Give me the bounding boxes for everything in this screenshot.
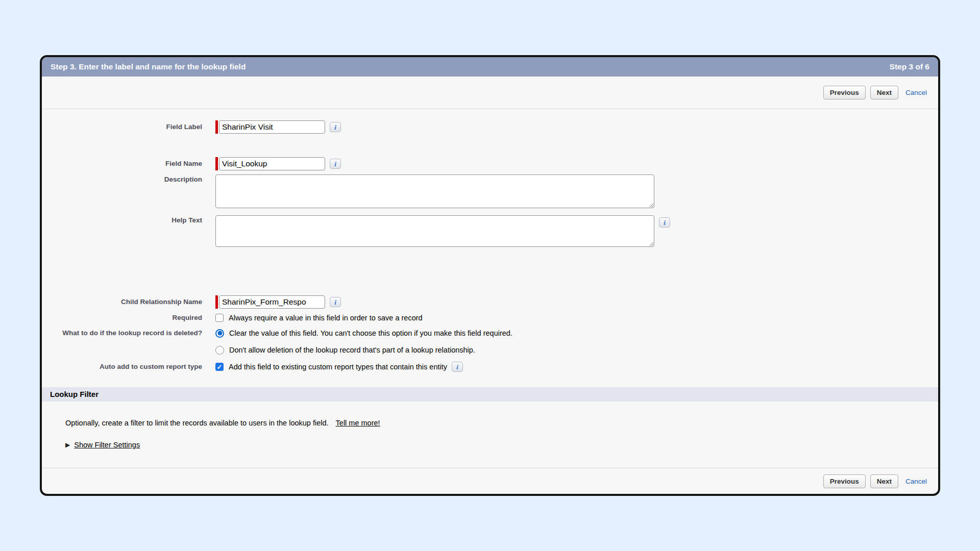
report-type-label: Auto add to custom report type [42, 362, 215, 371]
previous-button[interactable]: Previous [823, 86, 866, 99]
field-name-label: Field Name [42, 157, 215, 168]
wizard-header: Step 3. Enter the label and name for the… [42, 57, 938, 77]
description-row: Description [42, 174, 938, 208]
required-checkbox[interactable] [215, 314, 224, 322]
bottom-toolbar: Previous Next Cancel [42, 468, 938, 494]
disclosure-triangle-icon: ▶ [65, 441, 70, 448]
required-label: Required [42, 313, 215, 322]
deleted-option-row-1: What to do if the lookup record is delet… [42, 328, 938, 338]
wizard-panel: Step 3. Enter the label and name for the… [40, 55, 940, 496]
help-text-row: Help Text i [42, 215, 938, 247]
cancel-link[interactable]: Cancel [905, 89, 927, 96]
deleted-option-2-label: Don't allow deletion of the lookup recor… [229, 345, 475, 355]
required-indicator [215, 295, 218, 309]
help-text-textarea[interactable] [215, 215, 654, 247]
required-indicator [215, 120, 218, 134]
top-toolbar: Previous Next Cancel [42, 77, 938, 109]
lookup-filter-body: Optionally, create a filter to limit the… [42, 402, 938, 449]
required-option-label: Always require a value in this field in … [229, 313, 423, 323]
field-label-label: Field Label [42, 120, 215, 132]
step-indicator: Step 3 of 6 [890, 62, 929, 71]
cancel-link[interactable]: Cancel [905, 478, 927, 485]
description-label: Description [42, 174, 215, 184]
lookup-filter-heading: Lookup Filter [42, 387, 938, 402]
tell-me-more-link[interactable]: Tell me more! [336, 419, 380, 427]
lookup-filter-description: Optionally, create a filter to limit the… [65, 419, 329, 427]
child-relationship-input[interactable] [219, 295, 325, 309]
deleted-radio-dont-allow[interactable] [215, 346, 224, 355]
report-type-row: Auto add to custom report type ✓ Add thi… [42, 362, 938, 372]
next-button[interactable]: Next [870, 474, 898, 488]
required-indicator [215, 157, 218, 170]
field-label-input[interactable] [219, 120, 325, 134]
next-button[interactable]: Next [870, 86, 898, 99]
field-form: Field Label i Field Name i Description H… [42, 109, 938, 372]
report-type-checkbox[interactable]: ✓ [215, 363, 224, 371]
child-relationship-label: Child Relationship Name [42, 295, 215, 307]
show-filter-settings-link[interactable]: Show Filter Settings [74, 441, 140, 449]
required-row: Required Always require a value in this … [42, 313, 938, 323]
page-title: Step 3. Enter the label and name for the… [51, 62, 246, 71]
description-textarea[interactable] [215, 174, 654, 208]
info-icon[interactable]: i [330, 297, 341, 307]
deleted-label: What to do if the lookup record is delet… [42, 328, 215, 338]
previous-button[interactable]: Previous [823, 474, 866, 488]
field-label-row: Field Label i [42, 120, 938, 134]
info-icon[interactable]: i [452, 362, 463, 372]
field-name-input[interactable] [219, 157, 325, 170]
info-icon[interactable]: i [330, 122, 341, 132]
info-icon[interactable]: i [659, 217, 670, 228]
help-text-label: Help Text [42, 215, 215, 225]
field-name-row: Field Name i [42, 157, 938, 170]
info-icon[interactable]: i [330, 159, 341, 169]
deleted-option-row-2: Don't allow deletion of the lookup recor… [42, 345, 938, 355]
deleted-radio-clear[interactable] [215, 329, 224, 338]
deleted-option-1-label: Clear the value of this field. You can't… [229, 328, 512, 338]
report-type-option-label: Add this field to existing custom report… [229, 362, 447, 372]
child-relationship-row: Child Relationship Name i [42, 295, 938, 309]
